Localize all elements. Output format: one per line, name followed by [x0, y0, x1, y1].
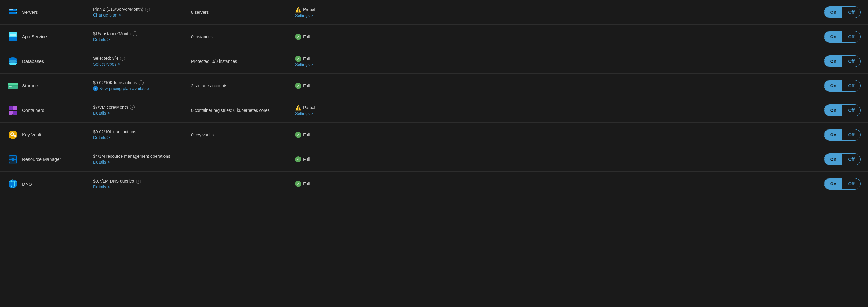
app-service-icon	[7, 31, 19, 42]
toggle-off-button[interactable]: Off	[842, 129, 860, 140]
service-row-resource-manager: Resource Manager $4/1M resource manageme…	[0, 147, 868, 172]
toggle-on-button[interactable]: On	[824, 56, 842, 67]
service-row-dns: DNS $0.7/1M DNS queries i Details > ✓ Fu…	[0, 172, 868, 196]
service-name: Containers	[22, 108, 44, 113]
toggle-on-button[interactable]: On	[824, 178, 842, 189]
toggle-switch[interactable]: On Off	[824, 6, 861, 18]
svg-point-26	[11, 133, 13, 135]
check-icon: ✓	[295, 181, 301, 187]
info-icon[interactable]: i	[120, 56, 125, 61]
count-col: 2 storage accounts	[191, 83, 295, 88]
toggle-off-button[interactable]: Off	[842, 178, 860, 189]
status-label: Full	[303, 56, 310, 61]
toggle-col: On Off	[824, 129, 861, 141]
info-icon[interactable]: i	[136, 178, 141, 184]
info-icon[interactable]: i	[132, 31, 137, 36]
plan-link[interactable]: Details >	[93, 111, 110, 115]
plan-col: $15/Instance/Month i Details >	[93, 31, 191, 42]
service-name-col: DNS	[7, 178, 93, 189]
plan-title: $0.02/10k transactions	[93, 129, 185, 134]
status-label: Full	[303, 34, 310, 39]
count-text: 0 instances	[191, 34, 213, 39]
count-col: 0 instances	[191, 34, 295, 39]
plan-link[interactable]: Select types >	[93, 62, 120, 66]
plan-link[interactable]: Details >	[93, 185, 110, 189]
status-settings-link[interactable]: Settings >	[295, 62, 313, 67]
check-icon: ✓	[295, 156, 301, 162]
toggle-switch[interactable]: On Off	[824, 80, 861, 92]
toggle-switch[interactable]: On Off	[824, 105, 861, 116]
containers-icon	[7, 105, 19, 116]
status-label: Full	[303, 182, 310, 186]
status-col: ✓ Full	[295, 181, 356, 187]
status-settings-link[interactable]: Settings >	[295, 13, 356, 18]
upgrade-notice: ↑ New pricing plan available	[93, 86, 185, 91]
toggle-switch[interactable]: On Off	[824, 154, 861, 165]
plan-col: $7/VM core/Month i Details >	[93, 105, 191, 115]
toggle-off-button[interactable]: Off	[842, 7, 860, 18]
service-name-col: Databases	[7, 56, 93, 67]
toggle-off-button[interactable]: Off	[842, 105, 860, 116]
plan-link[interactable]: Details >	[93, 135, 110, 140]
toggle-on-button[interactable]: On	[824, 105, 842, 116]
service-name-col: App Service	[7, 31, 93, 42]
info-icon[interactable]: i	[130, 105, 135, 110]
toggle-off-button[interactable]: Off	[842, 56, 860, 67]
service-name: App Service	[22, 34, 47, 39]
plan-text: $7/VM core/Month	[93, 105, 128, 110]
service-name-col: Servers	[7, 7, 93, 18]
status-settings-link[interactable]: Settings >	[295, 111, 356, 116]
svg-rect-16	[8, 85, 18, 86]
upgrade-icon: ↑	[93, 86, 98, 91]
service-name: DNS	[22, 182, 32, 187]
status-label: Partial	[303, 105, 315, 110]
info-icon[interactable]: i	[139, 80, 144, 85]
check-icon: ✓	[295, 132, 301, 138]
count-col: 0 key vaults	[191, 132, 295, 137]
toggle-off-button[interactable]: Off	[842, 31, 860, 42]
toggle-on-button[interactable]: On	[824, 31, 842, 42]
servers-icon	[7, 7, 19, 18]
storage-icon	[7, 80, 19, 91]
status-label: Partial	[303, 7, 315, 12]
toggle-on-button[interactable]: On	[824, 80, 842, 91]
status-full: ✓ Full	[295, 132, 356, 138]
plan-col: Selected: 3/4 i Select types >	[93, 56, 191, 66]
plan-title: $7/VM core/Month i	[93, 105, 185, 110]
plan-col: $0.02/10K transactions i ↑ New pricing p…	[93, 80, 191, 91]
plan-link[interactable]: New pricing plan available	[99, 86, 149, 91]
status-col: ✓ Full	[295, 132, 356, 138]
service-row-databases: Databases Selected: 3/4 i Select types >…	[0, 49, 868, 74]
toggle-col: On Off	[824, 31, 861, 43]
service-row-app-service: App Service $15/Instance/Month i Details…	[0, 25, 868, 49]
service-name: Resource Manager	[22, 157, 61, 162]
toggle-off-button[interactable]: Off	[842, 80, 860, 91]
toggle-switch[interactable]: On Off	[824, 129, 861, 141]
plan-link[interactable]: Details >	[93, 37, 110, 42]
plan-link[interactable]: Change plan >	[93, 12, 121, 18]
toggle-on-button[interactable]: On	[824, 7, 842, 18]
toggle-switch[interactable]: On Off	[824, 31, 861, 43]
plan-link[interactable]: Details >	[93, 160, 110, 165]
svg-rect-4	[9, 9, 13, 10]
plan-col: $4/1M resource management operations Det…	[93, 154, 191, 165]
svg-rect-5	[9, 12, 13, 13]
status-col: ✓ Full Settings >	[295, 56, 356, 67]
toggle-on-button[interactable]: On	[824, 154, 842, 165]
service-name: Servers	[22, 9, 38, 15]
info-icon[interactable]: i	[145, 7, 150, 12]
toggle-col: On Off	[824, 105, 861, 116]
plan-col: $0.7/1M DNS queries i Details >	[93, 178, 191, 189]
toggle-off-button[interactable]: Off	[842, 154, 860, 165]
toggle-col: On Off	[824, 80, 861, 92]
status-col: ⚠️ Partial Settings >	[295, 105, 356, 116]
toggle-switch[interactable]: On Off	[824, 178, 861, 190]
status-full: ✓ Full	[295, 56, 356, 62]
toggle-switch[interactable]: On Off	[824, 55, 861, 67]
svg-rect-17	[9, 84, 12, 84]
count-text: 8 servers	[191, 10, 209, 15]
check-icon: ✓	[295, 83, 301, 89]
warning-icon: ⚠️	[295, 105, 301, 111]
count-col: 0 container registries; 0 kubernetes cor…	[191, 108, 295, 113]
toggle-on-button[interactable]: On	[824, 129, 842, 140]
